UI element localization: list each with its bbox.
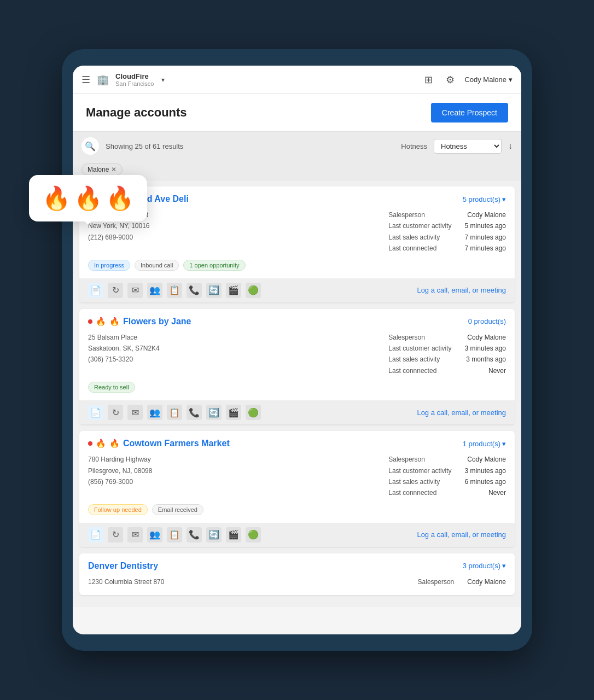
file-icon[interactable]: 📋 xyxy=(167,405,182,420)
phone[interactable]: (212) 689-9000 xyxy=(88,232,375,243)
account-details: 780 Harding Highway Pilesgrove, NJ, 0809… xyxy=(88,454,506,499)
menu-icon[interactable]: ☰ xyxy=(81,74,90,86)
page-header: Manage accounts Create Prospect xyxy=(73,94,521,132)
doc-icon[interactable]: 📄 xyxy=(88,283,103,298)
account-card-denver-dentistry: Denver Dentistry 3 product(s) ▾ 1230 Col… xyxy=(79,553,515,595)
account-meta-values: Cody Malone xyxy=(467,576,506,587)
refresh-icon[interactable]: ↻ xyxy=(108,527,123,542)
sort-label: Hotness xyxy=(401,142,427,150)
action-icons: 📄 ↻ ✉ 👥 📋 📞 🔄 🎬 🟢 xyxy=(88,405,261,420)
flame-icon-3: 🔥 xyxy=(106,185,134,212)
video-icon[interactable]: 🎬 xyxy=(226,405,241,420)
account-details: 162 East 33rd Street New York, NY, 10016… xyxy=(88,209,506,254)
flame-2: 🔥 xyxy=(109,439,120,448)
email-icon[interactable]: ✉ xyxy=(127,283,143,298)
tag-opportunity[interactable]: 1 open opportunity xyxy=(183,260,245,271)
tag-inbound[interactable]: Inbound call xyxy=(135,260,179,271)
log-link[interactable]: Log a call, email, or meeting xyxy=(417,530,506,539)
phone-icon[interactable]: 📞 xyxy=(187,527,202,542)
products-count: 5 product(s) xyxy=(463,195,500,203)
nav-brand: CloudFire San Francisco xyxy=(115,72,154,87)
tag-inprogress[interactable]: In progress xyxy=(88,260,130,271)
sort-dropdown[interactable]: Hotness Name Recent Activity xyxy=(434,139,502,154)
page-title: Manage accounts xyxy=(86,106,187,120)
clock-icon[interactable]: 🔄 xyxy=(206,283,222,298)
phone-icon[interactable]: 📞 xyxy=(187,283,202,298)
phone-icon[interactable]: 📞 xyxy=(187,405,202,420)
account-address: 25 Balsam Place Saskatoon, SK, S7N2K4 (3… xyxy=(88,332,375,377)
search-button[interactable]: 🔍 xyxy=(81,137,99,155)
results-count: Showing 25 of 61 results xyxy=(106,142,394,150)
flame-icon-1: 🔥 xyxy=(42,185,71,212)
account-name-row: 🔥 🔥 Flowers by Jane xyxy=(88,317,191,326)
account-meta-labels: Salesperson Last customer activity Last … xyxy=(388,209,451,254)
clock-icon[interactable]: 🔄 xyxy=(206,527,222,542)
doc-icon[interactable]: 📄 xyxy=(88,527,103,542)
brand-dropdown-arrow[interactable]: ▾ xyxy=(161,76,165,84)
refresh-icon[interactable]: ↻ xyxy=(108,405,123,420)
account-meta-labels: Salesperson Last customer activity Last … xyxy=(388,454,451,499)
green-dot-icon[interactable]: 🟢 xyxy=(246,283,261,298)
sort-arrow: ↓ xyxy=(508,141,513,151)
green-dot-icon[interactable]: 🟢 xyxy=(246,527,261,542)
create-prospect-button[interactable]: Create Prospect xyxy=(431,103,508,122)
account-name-row: Denver Dentistry xyxy=(88,561,158,571)
products-link[interactable]: 0 product(s) xyxy=(468,317,506,325)
address-line1: 25 Balsam Place xyxy=(88,332,375,343)
contact-icon[interactable]: 👥 xyxy=(147,527,162,542)
gear-icon[interactable]: ⚙ xyxy=(446,74,455,86)
hot-dot xyxy=(88,319,92,324)
user-menu[interactable]: Cody Malone ▾ xyxy=(464,75,513,84)
products-arrow: ▾ xyxy=(502,440,506,448)
flame-1: 🔥 xyxy=(96,317,106,326)
tag-email-received[interactable]: Email received xyxy=(152,504,203,515)
file-icon[interactable]: 📋 xyxy=(167,527,182,542)
email-icon[interactable]: ✉ xyxy=(127,527,143,542)
products-arrow: ▾ xyxy=(502,562,506,570)
phone[interactable]: (306) 715-3320 xyxy=(88,354,375,365)
products-link[interactable]: 3 product(s) ▾ xyxy=(463,562,506,570)
video-icon[interactable]: 🎬 xyxy=(226,283,241,298)
video-icon[interactable]: 🎬 xyxy=(226,527,241,542)
grid-icon[interactable]: ⊞ xyxy=(424,74,433,86)
account-tags: Ready to sell xyxy=(88,382,506,393)
address-line2: New York, NY, 10016 xyxy=(88,220,375,231)
products-link[interactable]: 1 product(s) ▾ xyxy=(463,440,506,448)
address-line1: 1230 Columbia Street 870 xyxy=(88,576,405,587)
building-icon: 🏢 xyxy=(97,74,109,86)
clock-icon[interactable]: 🔄 xyxy=(206,405,222,420)
account-meta-values: Cody Malone 5 minutes ago 7 minutes ago … xyxy=(465,209,506,254)
user-dropdown-arrow: ▾ xyxy=(509,75,513,84)
tag-followup[interactable]: Follow up needed xyxy=(88,504,148,515)
address-line2: Saskatoon, SK, S7N2K4 xyxy=(88,343,375,354)
products-arrow: ▾ xyxy=(502,195,506,203)
accounts-list: 🔥 🔥 🔥 2nd Ave Deli 5 product(s) ▾ 162 E xyxy=(73,181,521,607)
filter-remove-icon[interactable]: ✕ xyxy=(111,166,117,173)
file-icon[interactable]: 📋 xyxy=(167,283,182,298)
refresh-icon[interactable]: ↻ xyxy=(108,283,123,298)
log-link[interactable]: Log a call, email, or meeting xyxy=(417,409,506,417)
email-icon[interactable]: ✉ xyxy=(127,405,143,420)
account-name-row: 🔥 🔥 Cowtown Farmers Market xyxy=(88,439,230,448)
contact-icon[interactable]: 👥 xyxy=(147,405,162,420)
tag-ready[interactable]: Ready to sell xyxy=(88,382,135,393)
account-address: 1230 Columbia Street 870 xyxy=(88,576,405,587)
phone[interactable]: (856) 769-3000 xyxy=(88,476,375,487)
brand-name: CloudFire xyxy=(115,72,154,80)
flame-icon-2: 🔥 xyxy=(74,185,102,212)
account-name[interactable]: Cowtown Farmers Market xyxy=(123,439,230,448)
brand-sub: San Francisco xyxy=(115,80,154,87)
search-icon: 🔍 xyxy=(85,141,96,151)
green-dot-icon[interactable]: 🟢 xyxy=(246,405,261,420)
account-details: 25 Balsam Place Saskatoon, SK, S7N2K4 (3… xyxy=(88,332,506,377)
products-count: 1 product(s) xyxy=(463,440,500,448)
products-link[interactable]: 5 product(s) ▾ xyxy=(463,195,506,203)
nav-bar: ☰ 🏢 CloudFire San Francisco ▾ ⊞ ⚙ Cody M… xyxy=(73,66,521,94)
account-name[interactable]: Denver Dentistry xyxy=(88,561,158,571)
doc-icon[interactable]: 📄 xyxy=(88,405,103,420)
account-name[interactable]: Flowers by Jane xyxy=(123,317,191,326)
contact-icon[interactable]: 👥 xyxy=(147,283,162,298)
log-link[interactable]: Log a call, email, or meeting xyxy=(417,286,506,294)
filter-tag-malone[interactable]: Malone ✕ xyxy=(81,164,123,176)
device-frame: 🔥 🔥 🔥 ☰ 🏢 CloudFire San Francisco ▾ ⊞ ⚙ … xyxy=(62,49,532,651)
